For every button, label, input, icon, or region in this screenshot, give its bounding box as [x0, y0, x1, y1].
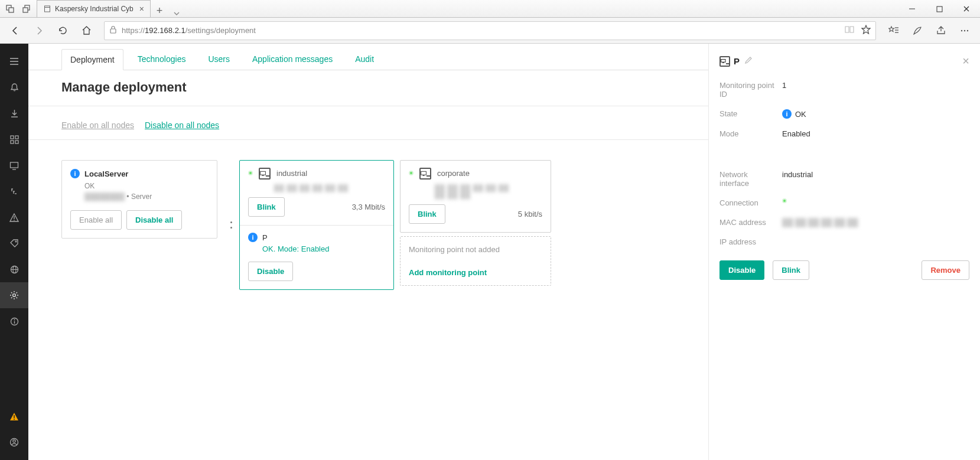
sidebar-download-icon[interactable]	[0, 100, 28, 126]
add-monitoring-point-card: Monitoring point not added Add monitorin…	[400, 236, 551, 286]
sidebar-warning-badge-icon[interactable]	[0, 403, 28, 429]
sidebar-tag-icon[interactable]	[0, 230, 28, 256]
tab-app-messages[interactable]: Application messages	[244, 49, 341, 70]
svg-rect-3	[23, 8, 28, 12]
drag-handle-icon[interactable]	[230, 221, 232, 229]
status-online-icon	[782, 198, 787, 203]
mp-status: OK. Mode: Enabled	[248, 244, 385, 253]
sidebar-tree-icon[interactable]	[0, 178, 28, 204]
status-online-icon	[409, 171, 414, 175]
details-panel: P × Monitoring point ID 1 State iOK Mode…	[708, 44, 980, 460]
iface-card-industrial[interactable]: industrial ██ ██ ██ ██ ██ ██ Blink 3,3 M…	[239, 160, 394, 290]
value-state: iOK	[782, 109, 969, 119]
label-connection: Connection	[719, 198, 775, 207]
address-bar[interactable]: https://192.168.2.1/settings/deployment	[104, 21, 876, 40]
label-mp-id: Monitoring point ID	[719, 81, 775, 99]
notes-icon[interactable]	[907, 20, 928, 41]
value-mode: Enabled	[782, 129, 969, 138]
sidebar-globe-icon[interactable]	[0, 256, 28, 282]
maximize-button[interactable]	[926, 0, 953, 18]
label-mode: Mode	[719, 129, 775, 138]
iface-mac-blurred: ██ ██ ██ ██ ██ ████ ██ ██	[409, 184, 542, 198]
svg-rect-7	[937, 6, 942, 12]
share-icon[interactable]	[930, 20, 952, 41]
disable-all-button[interactable]: Disable all	[126, 210, 182, 230]
iface-rate: 3,3 Mbit/s	[352, 203, 385, 211]
svg-point-32	[14, 220, 15, 221]
iface-card-corporate[interactable]: corporate ██ ██ ██ ██ ██ ████ ██ ██ Blin…	[400, 160, 551, 233]
server-status: OK	[70, 181, 209, 191]
more-icon[interactable]	[954, 20, 975, 41]
svg-point-39	[14, 319, 15, 320]
sidebar-user-icon[interactable]	[0, 429, 28, 455]
details-title: P	[734, 56, 740, 66]
close-panel-icon[interactable]: ×	[962, 54, 969, 68]
svg-rect-49	[721, 59, 725, 62]
svg-point-33	[15, 241, 17, 242]
label-ip: IP address	[719, 237, 775, 246]
svg-rect-22	[11, 141, 14, 143]
home-button[interactable]	[76, 20, 97, 41]
value-connection	[782, 198, 969, 203]
tab-technologies[interactable]: Technologies	[129, 49, 194, 70]
lock-icon	[109, 25, 117, 36]
svg-rect-20	[11, 136, 14, 139]
svg-rect-45	[261, 171, 266, 175]
details-remove-button[interactable]: Remove	[922, 260, 969, 280]
back-button[interactable]	[5, 20, 26, 41]
blink-button[interactable]: Blink	[248, 197, 285, 217]
add-monitoring-point-link[interactable]: Add monitoring point	[409, 268, 542, 277]
favorites-list-icon[interactable]	[883, 20, 904, 41]
svg-rect-23	[15, 141, 18, 143]
close-window-button[interactable]	[953, 0, 980, 18]
close-tab-icon[interactable]: ×	[139, 4, 144, 14]
sidebar-monitor-icon[interactable]	[0, 152, 28, 178]
mp-name: P	[262, 233, 268, 242]
window-group-icon[interactable]	[4, 2, 17, 15]
blink-button[interactable]: Blink	[409, 204, 445, 224]
tabs-chevron-icon[interactable]	[168, 10, 185, 17]
svg-rect-47	[421, 171, 426, 175]
sidebar-alerts-icon[interactable]	[0, 74, 28, 100]
forward-button[interactable]	[28, 20, 50, 41]
tab-audit[interactable]: Audit	[347, 49, 382, 70]
nic-icon	[719, 56, 730, 67]
info-icon: i	[782, 109, 792, 119]
tab-users[interactable]: Users	[200, 49, 238, 70]
window-group2-icon[interactable]	[20, 2, 33, 15]
enable-all-nodes-link: Enable on all nodes	[61, 120, 134, 130]
sidebar	[0, 44, 28, 460]
iface-name: industrial	[276, 169, 307, 178]
svg-rect-1	[9, 8, 14, 12]
nic-icon	[419, 168, 431, 180]
svg-point-37	[13, 294, 16, 297]
svg-rect-4	[45, 6, 50, 12]
favorite-star-icon[interactable]	[861, 25, 871, 37]
details-disable-button[interactable]: Disable	[719, 260, 764, 280]
svg-rect-10	[110, 29, 116, 33]
minimize-button[interactable]	[898, 0, 926, 18]
sidebar-info-icon[interactable]	[0, 308, 28, 334]
browser-tab[interactable]: Kaspersky Industrial Cyb ×	[37, 0, 151, 17]
sidebar-dashboard-icon[interactable]	[0, 126, 28, 152]
label-mac: MAC address	[719, 218, 775, 227]
label-state: State	[719, 109, 775, 118]
enable-all-button[interactable]: Enable all	[70, 210, 122, 230]
sidebar-warn-icon[interactable]	[0, 204, 28, 230]
svg-point-15	[964, 30, 965, 31]
svg-rect-48	[423, 175, 425, 176]
sidebar-menu-icon[interactable]	[0, 48, 28, 74]
refresh-button[interactable]	[52, 20, 73, 41]
sidebar-settings-icon[interactable]	[0, 282, 28, 308]
info-icon: i	[248, 233, 258, 242]
value-mac-blurred: ██ ██ ██ ██ ██ ██	[782, 218, 969, 227]
tab-deployment[interactable]: Deployment	[61, 49, 123, 70]
details-blink-button[interactable]: Blink	[773, 260, 809, 280]
server-name: LocalServer	[84, 169, 128, 178]
disable-all-nodes-link[interactable]: Disable on all nodes	[145, 120, 219, 130]
svg-point-16	[967, 30, 968, 31]
edit-icon[interactable]	[744, 56, 753, 67]
mp-disable-button[interactable]: Disable	[248, 262, 293, 281]
reading-view-icon[interactable]	[845, 25, 854, 36]
new-tab-button[interactable]: +	[151, 5, 168, 17]
